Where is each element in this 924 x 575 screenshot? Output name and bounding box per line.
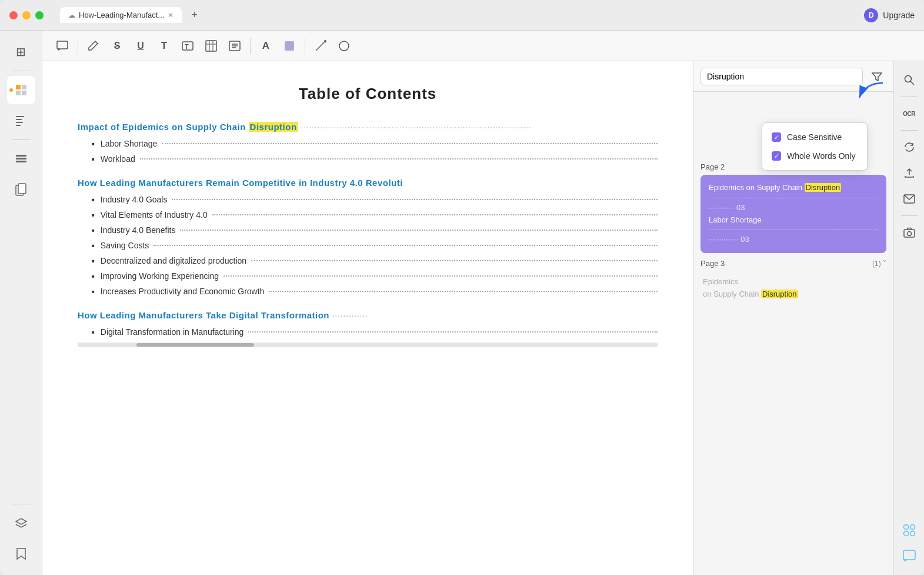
page-3-count: (1) ˅ — [872, 260, 886, 268]
divider3 — [901, 215, 918, 216]
refresh-sidebar-icon[interactable] — [898, 135, 921, 159]
svg-point-36 — [903, 531, 908, 536]
mail-sidebar-icon[interactable] — [898, 187, 921, 211]
document-panel: Table of Contents Impact of Epidemics on… — [42, 61, 693, 575]
svg-point-34 — [903, 525, 908, 530]
camera-sidebar-icon[interactable] — [898, 221, 921, 244]
left-sidebar-bottom — [7, 501, 35, 568]
svg-point-35 — [910, 525, 915, 530]
case-sensitive-label: Case Sensitive — [787, 132, 842, 142]
list-tool-button[interactable] — [224, 35, 245, 56]
right-sidebar: OCR — [893, 61, 924, 575]
svg-rect-1 — [22, 85, 26, 89]
tab-close-button[interactable]: ✕ — [168, 11, 174, 19]
doc-title: Table of Contents — [78, 85, 658, 103]
svg-rect-7 — [16, 125, 21, 126]
svg-rect-0 — [16, 85, 21, 89]
divider — [78, 38, 78, 54]
app-window: ☁ How-Leading-Manufact... ✕ + D Upgrade … — [0, 0, 924, 575]
toc-item: Saving Costs — [92, 241, 658, 250]
divider — [12, 71, 31, 71]
whole-words-option[interactable]: ✓ Whole Words Only — [769, 147, 860, 165]
fullscreen-button[interactable] — [35, 11, 44, 19]
case-sensitive-option[interactable]: ✓ Case Sensitive — [769, 128, 860, 147]
whole-words-checkbox[interactable]: ✓ — [772, 151, 781, 161]
toc-item: Industry 4.0 Benefits — [92, 225, 658, 235]
search-sidebar-icon[interactable] — [898, 68, 921, 92]
result-card-page3[interactable]: Epidemics on Supply Chain Disruption — [700, 271, 886, 305]
layers-icon[interactable] — [7, 145, 35, 173]
highlighted-word-1: Disruption — [249, 122, 298, 132]
divider — [901, 97, 918, 97]
shape-tool-button[interactable] — [279, 35, 300, 56]
toc-item: Vital Elements of Industry 4.0 — [92, 210, 658, 220]
svg-rect-6 — [16, 122, 23, 123]
svg-line-30 — [910, 81, 914, 85]
section-heading-1: Impact of Epidemics on Supply Chain Disr… — [78, 122, 658, 132]
strikethrough-tool-button[interactable]: S — [106, 35, 128, 56]
thumbnail-icon[interactable] — [7, 76, 35, 104]
scrollbar-thumb[interactable] — [136, 343, 254, 347]
svg-rect-12 — [18, 184, 26, 194]
horizontal-scrollbar[interactable] — [78, 343, 658, 347]
divider-line — [709, 230, 878, 230]
left-sidebar: ⊞ — [0, 31, 42, 575]
stack-icon[interactable] — [7, 509, 35, 537]
result-text: ·············· 03 — [709, 234, 878, 246]
result-card-page2[interactable]: Epidemics on Supply Chain Disruption ···… — [700, 175, 886, 253]
text-frame-tool-button[interactable] — [201, 35, 222, 56]
toc-item: Labor Shortage — [92, 139, 658, 148]
toc-item: Decentralized and digitalized production — [92, 256, 658, 265]
copy-icon[interactable] — [7, 175, 35, 204]
highlighter-tool-button[interactable]: A — [255, 35, 276, 56]
svg-point-29 — [905, 76, 911, 82]
comment-tool-button[interactable] — [52, 35, 73, 56]
case-sensitive-checkbox[interactable]: ✓ — [772, 132, 781, 142]
result-text: Epidemics — [703, 276, 884, 288]
tab[interactable]: ☁ How-Leading-Manufact... ✕ — [60, 7, 182, 23]
chat-sidebar-icon[interactable] — [898, 544, 921, 568]
pages-icon[interactable]: ⊞ — [7, 38, 35, 66]
toc-item: Increases Productivity and Economic Grow… — [92, 287, 658, 296]
close-button[interactable] — [9, 11, 18, 19]
right-panel: ✓ Case Sensitive ✓ Whole Words Only — [693, 61, 893, 575]
svg-rect-10 — [16, 161, 26, 162]
tab-title: How-Leading-Manufact... — [79, 11, 164, 19]
svg-rect-4 — [16, 116, 24, 117]
divider3 — [12, 504, 31, 504]
svg-rect-13 — [57, 41, 68, 49]
result-text: ············ 03 — [709, 202, 878, 214]
minimize-button[interactable] — [22, 11, 31, 19]
upload-sidebar-icon[interactable] — [898, 161, 921, 185]
toc-item: Improving Working Experiencing — [92, 271, 658, 281]
svg-rect-16 — [206, 41, 216, 51]
upgrade-button[interactable]: D Upgrade — [864, 8, 915, 22]
section-heading-3: How Leading Manufacturers Take Digital T… — [78, 310, 658, 320]
text-box-tool-button[interactable]: T — [177, 35, 198, 56]
text-tool-button[interactable]: T — [154, 35, 175, 56]
divider-line — [709, 198, 878, 198]
svg-rect-9 — [16, 158, 26, 159]
bookmark-icon[interactable] — [7, 540, 35, 568]
multipage-sidebar-icon[interactable] — [898, 519, 921, 542]
svg-point-33 — [907, 232, 911, 236]
underline-tool-button[interactable]: U — [130, 35, 151, 56]
traffic-lights — [9, 11, 44, 19]
svg-point-26 — [324, 40, 326, 42]
svg-point-27 — [339, 41, 349, 51]
toolbar: S U T T — [42, 31, 924, 61]
search-input[interactable] — [700, 68, 863, 85]
divider2 — [250, 38, 251, 54]
pen-tool-button[interactable] — [83, 35, 104, 56]
ocr-sidebar-icon[interactable]: OCR — [898, 102, 921, 125]
arrow-pointer — [853, 80, 889, 104]
ellipse-tool-button[interactable] — [333, 35, 355, 56]
search-results: Page 2 Epidemics on Supply Chain Disrupt… — [693, 151, 893, 575]
new-tab-button[interactable]: + — [191, 9, 198, 21]
content-area: Table of Contents Impact of Epidemics on… — [42, 61, 924, 575]
svg-rect-5 — [16, 119, 22, 120]
line-tool-button[interactable] — [310, 35, 331, 56]
divider2 — [901, 130, 918, 131]
svg-text:T: T — [185, 43, 189, 50]
outline-icon[interactable] — [7, 107, 35, 135]
